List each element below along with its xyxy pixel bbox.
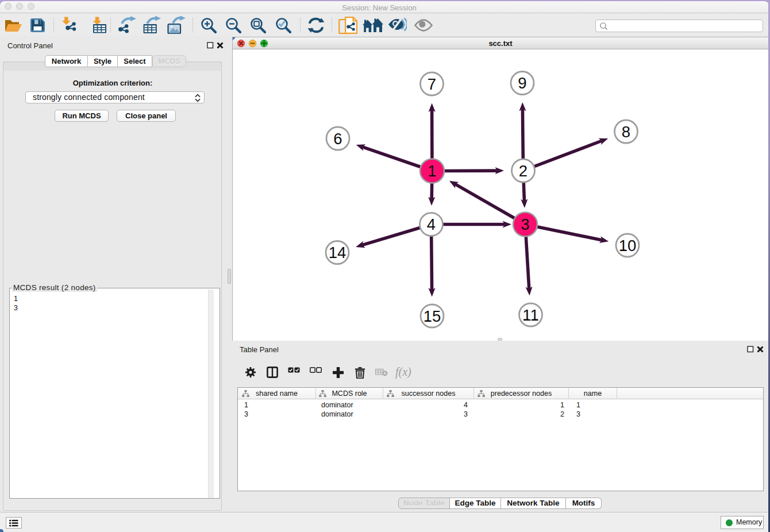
svg-text:15: 15 — [424, 307, 441, 325]
svg-text:9: 9 — [518, 74, 526, 92]
svg-text:14: 14 — [329, 244, 346, 261]
svg-text:7: 7 — [428, 75, 436, 93]
svg-text:2: 2 — [519, 162, 528, 180]
svg-text:8: 8 — [622, 123, 630, 141]
svg-text:1: 1 — [428, 162, 436, 180]
svg-text:11: 11 — [522, 306, 539, 324]
svg-text:3: 3 — [521, 215, 529, 233]
svg-text:4: 4 — [427, 215, 436, 233]
svg-text:10: 10 — [619, 237, 637, 255]
svg-text:6: 6 — [333, 130, 342, 148]
